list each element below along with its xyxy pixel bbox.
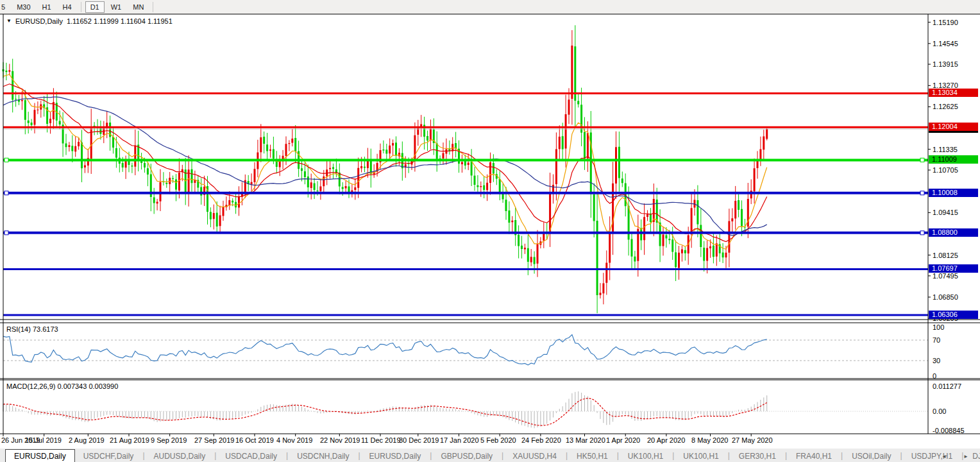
chart-tab-audusd-daily[interactable]: AUDUSD,Daily xyxy=(146,450,214,462)
price-tick-label: 1.13915 xyxy=(933,60,958,68)
macd-histogram xyxy=(3,391,767,428)
chart-tab-xauusd-h4[interactable]: XAUUSD,H4 xyxy=(504,450,565,462)
macd-axis-label: -0.008845 xyxy=(933,427,965,434)
price-tick-label: 1.11335 xyxy=(933,146,958,153)
rsi-axis-label: 30 xyxy=(933,357,940,364)
chart-tab-ger30-h1[interactable]: GER30,H1 xyxy=(731,450,784,462)
ma-fast-line xyxy=(3,74,767,249)
chart-tab-uk100-h1[interactable]: UK100,H1 xyxy=(675,450,727,462)
tab-scroll-arrows[interactable]: ◄ ► xyxy=(942,454,976,459)
hline-handle[interactable] xyxy=(920,231,924,235)
price-badge-1.13034: 1.13034 xyxy=(929,89,978,97)
date-axis-label: 22 Nov 2019 xyxy=(320,436,360,444)
price-tick-label: 1.06850 xyxy=(933,293,958,301)
price-tick-label: 1.07495 xyxy=(933,272,958,280)
price-tick-label: 1.09415 xyxy=(933,209,958,216)
hline-handle[interactable] xyxy=(4,158,8,162)
price-tick-label: 1.08125 xyxy=(933,252,958,259)
date-axis-label: 16 Oct 2019 xyxy=(235,436,274,444)
ma-slow-line xyxy=(3,97,767,235)
chart-window-tabbar: EURUSD,DailyUSDCHF,Daily|AUDUSD,Daily|US… xyxy=(0,448,980,462)
chart-tab-eurusd-daily[interactable]: EURUSD,Daily xyxy=(361,450,430,462)
price-badge-1.10008: 1.10008 xyxy=(929,189,978,197)
rsi-axis-label: 70 xyxy=(933,336,940,344)
chart-symbol-label: EURUSD,Daily xyxy=(15,17,63,25)
chart-tab-usdcad-daily[interactable]: USDCAD,Daily xyxy=(217,450,285,462)
date-axis-label: 17 Jan 2020 xyxy=(440,436,479,444)
price-badge-1.11009: 1.11009 xyxy=(929,155,978,164)
price-badge-1.12004: 1.12004 xyxy=(929,123,978,131)
date-axis-label: 8 May 2020 xyxy=(691,436,728,444)
chart-title: ▼ EURUSD,Daily 1.11652 1.11999 1.11604 1… xyxy=(6,17,173,25)
chart-tab-usoil-daily[interactable]: USOil,Daily xyxy=(843,450,899,462)
macd-indicator-label: MACD(12,26,9) 0.007343 0.003990 xyxy=(6,382,118,390)
hline-handle[interactable] xyxy=(920,158,924,162)
rsi-axis-label: 0 xyxy=(933,372,936,380)
chart-canvas[interactable] xyxy=(0,0,980,462)
macd-axis-label: 0.00 xyxy=(933,407,946,415)
price-tick-label: 1.12625 xyxy=(933,103,958,110)
date-axis-label: 15 Jul 2019 xyxy=(25,436,62,444)
chart-tab-hk50-h1[interactable]: HK50,H1 xyxy=(568,450,616,462)
chart-tab-fra40-h1[interactable]: FRA40,H1 xyxy=(788,450,840,462)
macd-axis-label: 0.011277 xyxy=(933,382,961,390)
chart-tab-uk100-h1[interactable]: UK100,H1 xyxy=(620,450,672,462)
hline-handle[interactable] xyxy=(920,191,924,195)
price-badge-1.06306: 1.06306 xyxy=(929,311,978,319)
chart-ohlc-values: 1.11652 1.11999 1.11604 1.11951 xyxy=(67,17,173,25)
trading-terminal-window: 5M30H1H4D1W1MN ▼ EURUSD,Daily 1.11652 1.… xyxy=(0,0,980,462)
macd-signal-line xyxy=(3,398,767,425)
date-axis-label: 1 Apr 2020 xyxy=(606,436,640,444)
price-tick-label: 1.15190 xyxy=(933,19,958,26)
chart-tab-usdcnh-daily[interactable]: USDCNH,Daily xyxy=(289,450,357,462)
price-badge-1.07697: 1.07697 xyxy=(929,264,978,273)
hline-handle[interactable] xyxy=(4,191,8,195)
date-axis-label: 13 Mar 2020 xyxy=(566,436,605,444)
date-axis-label: 5 Feb 2020 xyxy=(480,436,516,444)
price-tick-label: 1.14545 xyxy=(933,40,958,47)
date-axis-label: 20 Apr 2020 xyxy=(647,436,685,444)
date-axis-label: 27 May 2020 xyxy=(732,436,773,444)
date-axis-label: 4 Nov 2019 xyxy=(276,436,312,444)
hline-handle[interactable] xyxy=(4,231,8,235)
symbol-dropdown-icon[interactable]: ▼ xyxy=(6,18,12,24)
chart-tab-usdchf-daily[interactable]: USDCHF,Daily xyxy=(75,450,142,462)
rsi-indicator-label: RSI(14) 73.6173 xyxy=(6,325,58,333)
date-axis-label: 27 Sep 2019 xyxy=(194,436,234,444)
date-axis-label: 24 Feb 2020 xyxy=(521,436,561,444)
date-axis-label: 30 Dec 2019 xyxy=(399,436,439,444)
date-axis-label: 11 Dec 2019 xyxy=(361,436,401,444)
rsi-axis-label: 100 xyxy=(933,323,944,331)
price-badge-1.08800: 1.08800 xyxy=(929,228,978,237)
date-axis-label: 2 Aug 2019 xyxy=(69,436,105,444)
price-tick-label: 1.10705 xyxy=(933,166,958,174)
chart-tab-eurusd-daily[interactable]: EURUSD,Daily xyxy=(5,449,75,462)
date-axis-label: 21 Aug 2019 xyxy=(110,436,149,444)
chart-tab-gbpusd-daily[interactable]: GBPUSD,Daily xyxy=(432,450,501,462)
date-axis-label: 9 Sep 2019 xyxy=(151,436,187,444)
